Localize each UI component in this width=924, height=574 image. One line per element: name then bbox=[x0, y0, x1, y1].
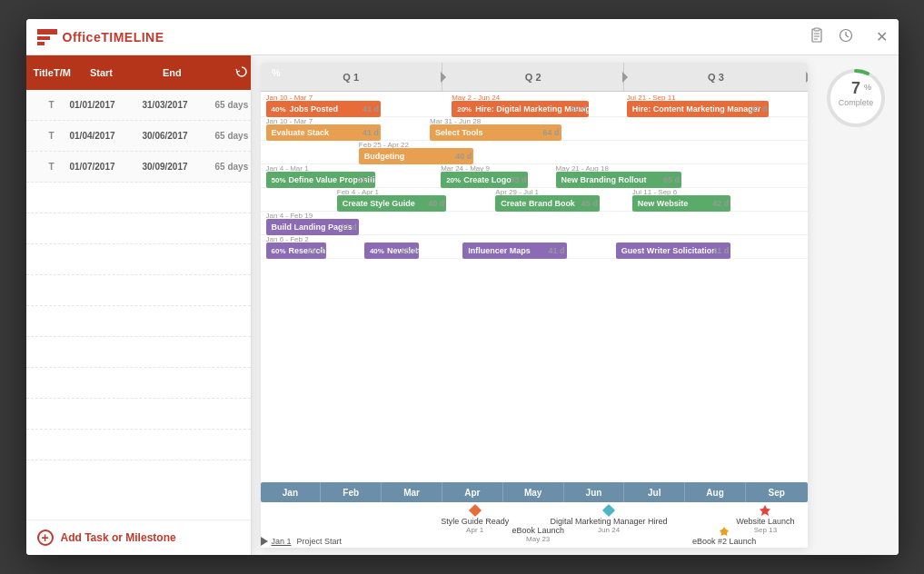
svg-line-7 bbox=[846, 35, 849, 37]
project-start: Jan 1 Project Start bbox=[261, 537, 343, 546]
milestone-row: Style Guide Ready Apr 1 Digital Marketin… bbox=[261, 502, 808, 548]
gantt-row: Feb 4 - Apr 1 Create Style Guide 40 d Ap… bbox=[261, 188, 808, 212]
th-duration bbox=[235, 65, 272, 80]
gantt-bar-newsletter[interactable]: 40% Newsletter Launch 25 d bbox=[364, 242, 419, 259]
gantt-row: Jan 6 - Feb 2 60% Research Comm. 20 d 40… bbox=[261, 235, 808, 259]
table-row[interactable]: Hire: Digital Marketing Manager bbox=[26, 213, 251, 244]
table-row[interactable]: Select Tools bbox=[26, 306, 251, 337]
month-jul: Jul bbox=[624, 482, 685, 502]
app-title: OfficeTIMELINE bbox=[63, 30, 164, 45]
gantt-quarter-q3: Q 3 bbox=[624, 63, 807, 91]
table-row[interactable]: New Branding Rollout bbox=[26, 430, 251, 460]
gantt-bar-style-guide[interactable]: Create Style Guide 40 d bbox=[337, 195, 446, 212]
month-may: May bbox=[503, 482, 564, 502]
gantt-chart: Q 1 Q 2 Q 3 Jan 10 - Mar 7 40% Jobs Post… bbox=[261, 63, 808, 548]
th-percent: % bbox=[272, 67, 299, 78]
gantt-bar-guest-writer[interactable]: Guest Writer Solicitation 41 d bbox=[616, 242, 730, 259]
gantt-bar-dvp[interactable]: 50% Define Value Propositions 41 d bbox=[266, 172, 375, 188]
left-panel: Title T/M Start End % Q 1 T 01/01/2017 bbox=[26, 55, 252, 555]
clock-icon[interactable] bbox=[838, 27, 854, 47]
svg-rect-1 bbox=[814, 28, 820, 31]
gantt-bar-jobs[interactable]: 40% Jobs Posted 41 d bbox=[266, 101, 381, 117]
gantt-rows: Jan 10 - Mar 7 40% Jobs Posted 41 d May … bbox=[261, 92, 808, 482]
table-row[interactable]: Hire: Content Marketing Manager bbox=[26, 244, 251, 275]
month-apr: Apr bbox=[442, 482, 503, 502]
gantt-quarter-headers: Q 1 Q 2 Q 3 bbox=[261, 63, 808, 92]
gantt-bar-eval[interactable]: Evaluate Stack 41 d bbox=[266, 124, 381, 141]
svg-text:Complete: Complete bbox=[838, 98, 873, 107]
gantt-bar-logo[interactable]: 20% Create Logo 33 d bbox=[441, 172, 528, 188]
title-bar: OfficeTIMELINE ✕ bbox=[26, 19, 899, 55]
gantt-bar-select-tools[interactable]: Select Tools 64 d bbox=[430, 124, 561, 141]
svg-text:%: % bbox=[863, 83, 870, 92]
gantt-area: 7 % Complete Q 1 Q 2 Q 3 bbox=[252, 55, 899, 555]
gantt-row: Jan 4 - Feb 19 Build Landing Pages 33 d bbox=[261, 212, 808, 235]
milestone-style-guide: Style Guide Ready Apr 1 bbox=[441, 504, 509, 534]
table-header: Title T/M Start End % bbox=[26, 55, 251, 90]
svg-rect-14 bbox=[602, 504, 615, 517]
gantt-row: Jan 10 - Mar 7 40% Jobs Posted 41 d May … bbox=[261, 94, 808, 117]
clipboard-icon[interactable] bbox=[809, 27, 825, 47]
month-jun: Jun bbox=[564, 482, 625, 502]
svg-text:7: 7 bbox=[850, 79, 859, 97]
table-row[interactable]: Budgeting bbox=[26, 337, 251, 368]
table-row[interactable]: Q 2 T 01/04/2017 30/06/2017 65 days % bbox=[26, 121, 251, 152]
table-rows: Q 1 T 01/01/2017 31/03/2017 65 days % Q … bbox=[26, 90, 251, 520]
th-end: End bbox=[163, 67, 235, 78]
table-row[interactable]: Create Logo bbox=[26, 399, 251, 430]
gantt-row: Feb 25 - Apr 22 Budgeting 40 d bbox=[261, 141, 808, 164]
gantt-bar-landing[interactable]: Build Landing Pages 33 d bbox=[266, 219, 359, 235]
gantt-row: Jan 4 - Mar 1 50% Define Value Propositi… bbox=[261, 164, 808, 188]
right-panel: 7 % Complete Q 1 Q 2 Q 3 bbox=[252, 55, 899, 555]
gantt-bar-influencer[interactable]: Influencer Maps 41 d bbox=[462, 242, 566, 259]
gantt-bar-budget[interactable]: Budgeting 40 d bbox=[359, 148, 473, 164]
timeline-months: Jan Feb Mar Apr May Jun Jul Aug Sep bbox=[261, 482, 808, 502]
gantt-bar-hire-cm[interactable]: Hire: Content Marketing Manager 37 d bbox=[627, 101, 770, 117]
month-jan: Jan bbox=[261, 482, 322, 502]
th-start: Start bbox=[90, 67, 163, 78]
gantt-quarter-q2: Q 2 bbox=[442, 63, 624, 91]
add-task-button[interactable]: + Add Task or Milestone bbox=[26, 520, 251, 555]
svg-marker-15 bbox=[760, 505, 770, 516]
gantt-bar-hire-dm[interactable]: 20% Hire: Digital Marketing Manager 39 d bbox=[452, 101, 589, 117]
logo-icon bbox=[37, 29, 57, 45]
add-circle-icon: + bbox=[37, 529, 54, 546]
milestone-dm-hired: Digital Marketing Manager Hired Jun 24 bbox=[551, 504, 668, 534]
title-bar-icons: ✕ bbox=[809, 27, 888, 47]
gantt-bar-research[interactable]: 60% Research Comm. 20 d bbox=[266, 242, 326, 259]
month-mar: Mar bbox=[382, 482, 442, 502]
project-start-arrow bbox=[261, 537, 268, 546]
svg-marker-16 bbox=[720, 527, 729, 536]
add-task-label: Add Task or Milestone bbox=[61, 531, 176, 544]
month-feb: Feb bbox=[321, 482, 382, 502]
gantt-bar-website[interactable]: New Website 42 d bbox=[632, 195, 730, 212]
app-window: OfficeTIMELINE ✕ bbox=[26, 19, 899, 555]
th-title: Title bbox=[34, 67, 54, 78]
table-row[interactable]: Q 1 T 01/01/2017 31/03/2017 65 days % bbox=[26, 90, 251, 121]
th-tm: T/M bbox=[54, 67, 90, 78]
gantt-bar-brand-book[interactable]: Create Brand Book 45 d bbox=[495, 195, 599, 212]
month-aug: Aug bbox=[685, 482, 746, 502]
progress-circle: 7 % Complete bbox=[822, 64, 889, 132]
table-row[interactable]: Q 3 T 01/07/2017 30/09/2017 65 days % bbox=[26, 152, 251, 183]
milestone-ebook2: eBook #2 Launch Aug 31 bbox=[692, 526, 756, 548]
svg-rect-13 bbox=[469, 504, 482, 517]
table-row[interactable]: Evaluate Stack bbox=[26, 275, 251, 306]
table-row[interactable]: Jobs posted bbox=[26, 183, 251, 213]
milestone-ebook: eBook Launch May 23 bbox=[512, 526, 564, 543]
gantt-row: Jan 10 - Mar 7 Evaluate Stack 41 d Mar 3… bbox=[261, 117, 808, 141]
gantt-bar-branding[interactable]: New Branding Rollout 65 d bbox=[556, 172, 681, 188]
close-button[interactable]: ✕ bbox=[876, 28, 888, 45]
app-logo: OfficeTIMELINE bbox=[37, 29, 164, 45]
table-row[interactable]: Define Value Propositions bbox=[26, 368, 251, 399]
main-content: Title T/M Start End % Q 1 T 01/01/2017 bbox=[26, 55, 899, 555]
month-sep: Sep bbox=[746, 482, 807, 502]
